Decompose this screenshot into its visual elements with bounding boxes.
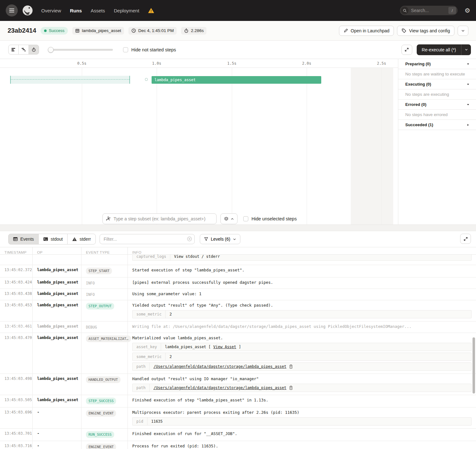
table-icon: [13, 237, 18, 241]
event-op: [33, 255, 82, 265]
global-search[interactable]: /: [400, 6, 458, 15]
stopwatch-icon: [184, 28, 189, 33]
event-op: lambda_pipes_asset: [33, 300, 82, 321]
tab-events[interactable]: Events: [8, 234, 39, 244]
metadata-value: 11635: [147, 418, 471, 425]
open-in-launchpad-button[interactable]: Open in Launchpad: [339, 26, 394, 36]
event-log-row[interactable]: 13:45:03.424lambda_pipes_assetINFO[pipes…: [0, 277, 476, 289]
search-input[interactable]: [411, 8, 448, 13]
event-log-row[interactable]: 13:45:03.505lambda_pipes_assetSTEP_SUCCE…: [0, 395, 476, 407]
re-execute-all-button[interactable]: Re-execute all (*): [417, 44, 471, 55]
metadata-key: some_metric: [133, 353, 166, 361]
axis-tick-label: 1.0s: [152, 61, 161, 66]
event-type-cell: INFO: [82, 289, 128, 300]
run-header: 23ab2414 Success lambda_pipes_asset Dec …: [0, 21, 476, 41]
event-timestamp: 13:45:03.716: [0, 441, 33, 449]
dagster-logo-icon[interactable]: [22, 4, 34, 16]
event-type-badge: ENGINE_EVENT: [86, 444, 116, 449]
slider-track[interactable]: [48, 49, 113, 51]
event-log-row[interactable]: 13:45:03.696-ENGINE_EVENTMultiprocess ex…: [0, 407, 476, 429]
log-filter-input[interactable]: [100, 234, 195, 244]
metadata-link[interactable]: View Asset: [213, 345, 236, 349]
settings-gear-icon[interactable]: ⚙: [465, 7, 470, 14]
step-panel-section-header[interactable]: Preparing (0): [398, 59, 476, 69]
metadata-key: asset_key: [133, 343, 161, 351]
gantt-step-bar[interactable]: lambda_pipes_asset: [152, 76, 321, 84]
step-panel-section-header[interactable]: Succeeded (1): [398, 120, 476, 130]
step-panel-section-header[interactable]: Errored (0): [398, 100, 476, 110]
view-mode-timed-button[interactable]: [29, 45, 39, 55]
run-log-section: Events stdout stderr: [0, 231, 476, 449]
event-type-cell: STEP_START: [82, 265, 128, 277]
hide-unselected-checkbox[interactable]: [243, 216, 248, 221]
nav-item-deployment[interactable]: Deployment: [114, 8, 139, 13]
view-tags-config-button[interactable]: View tags and config: [397, 26, 454, 36]
levels-filter-button[interactable]: Levels (6): [200, 234, 240, 244]
nav-item-overview[interactable]: Overview: [41, 8, 61, 13]
log-scrollbar-thumb[interactable]: [473, 337, 475, 394]
layers-icon: [224, 217, 229, 221]
nav-item-runs[interactable]: Runs: [70, 8, 82, 13]
metadata-link[interactable]: /Users/alangenfeld/data/dagster/storage/…: [153, 364, 286, 369]
event-log-row[interactable]: 13:45:02.372lambda_pipes_assetSTEP_START…: [0, 265, 476, 277]
status-badge: Success: [41, 27, 68, 35]
gantt-toolbar: Hide not started steps Re-execute all (*…: [0, 41, 476, 59]
event-message: Finished execution of run for "__ASSET_J…: [132, 431, 472, 436]
metadata-value: /Users/alangenfeld/data/dagster/storage/…: [150, 384, 471, 392]
slider-knob[interactable]: [48, 47, 54, 53]
gantt-fullscreen-button[interactable]: [401, 45, 412, 55]
copy-button[interactable]: [289, 386, 293, 390]
event-op: lambda_pipes_asset: [33, 395, 82, 407]
axis-tick-label: 2.0s: [302, 61, 311, 66]
event-timestamp: 13:45:03.701: [0, 429, 33, 441]
event-log-row[interactable]: 13:45:03.461lambda_pipes_assetDEBUGWriti…: [0, 322, 476, 333]
event-log-row[interactable]: 13:45:03.701-RUN_SUCCESSFinished executi…: [0, 429, 476, 441]
copy-button[interactable]: [289, 364, 293, 369]
op-selector-icon: [106, 216, 111, 221]
step-subset-input[interactable]: [102, 213, 217, 224]
graph-query-options-button[interactable]: [220, 213, 238, 224]
event-log-row[interactable]: captured_logsView stdout / stderr: [0, 255, 476, 265]
event-log-row[interactable]: 13:45:03.470lambda_pipes_assetASSET_MATE…: [0, 333, 476, 374]
metadata-link[interactable]: /Users/alangenfeld/data/dagster/storage/…: [153, 386, 286, 390]
event-info: Handled output "result" using IO manager…: [128, 374, 476, 395]
event-log-row[interactable]: 13:45:03.453lambda_pipes_assetSTEP_OUTPU…: [0, 300, 476, 322]
step-status-panel: Preparing (0)No steps are waiting to exe…: [398, 59, 476, 224]
clear-filter-icon[interactable]: [187, 236, 192, 242]
event-log-row[interactable]: 13:45:03.716-ENGINE_EVENTProcess for run…: [0, 441, 476, 449]
tab-stderr[interactable]: stderr: [67, 234, 96, 244]
tag-icon: [401, 28, 407, 33]
event-metadata-table: pid11635: [132, 417, 472, 426]
metadata-key: some_metric: [133, 310, 166, 318]
event-timestamp: 13:45:03.461: [0, 322, 33, 333]
event-log-header: TIMESTAMP OP EVENT TYPE INFO: [0, 247, 476, 255]
hide-not-started-checkbox[interactable]: [123, 47, 128, 52]
run-actions-menu-button[interactable]: [458, 26, 468, 36]
hamburger-menu-button[interactable]: [6, 4, 18, 16]
event-log-row[interactable]: 13:45:03.438lambda_pipes_assetINFOUsing …: [0, 289, 476, 300]
event-op: lambda_pipes_asset: [33, 374, 82, 395]
nav-item-assets[interactable]: Assets: [91, 8, 105, 13]
event-metadata-table: asset_keylambda_pipes_asset [View Asset]: [132, 343, 472, 351]
event-type-badge: ASSET_MATERIALIZAT…: [86, 335, 131, 342]
log-fullscreen-button[interactable]: [460, 234, 471, 244]
re-execute-menu-caret[interactable]: [461, 44, 471, 55]
caret-down-icon: [466, 103, 470, 106]
metadata-text: ]: [239, 345, 241, 349]
event-type-cell: STEP_OUTPUT: [82, 300, 128, 321]
event-type-label: DEBUG: [86, 325, 97, 329]
event-type-badge: RUN_SUCCESS: [86, 431, 114, 438]
view-mode-flat-button[interactable]: [8, 45, 19, 55]
expand-icon: [404, 47, 409, 52]
panel-splitter[interactable]: [0, 224, 476, 231]
event-log-row[interactable]: 13:45:03.498lambda_pipes_assetHANDLED_OU…: [0, 374, 476, 395]
flat-layout-icon: [11, 47, 16, 52]
event-op: lambda_pipes_asset: [33, 277, 82, 289]
step-panel-section-header[interactable]: Executing (0): [398, 79, 476, 89]
tab-stdout[interactable]: stdout: [38, 234, 68, 244]
gantt-zoom-slider[interactable]: [48, 47, 113, 53]
gantt-view-mode-group: [8, 45, 39, 55]
view-mode-waterfall-button[interactable]: [18, 45, 29, 55]
event-metadata-table: path/Users/alangenfeld/data/dagster/stor…: [132, 384, 472, 392]
job-tag[interactable]: lambda_pipes_asset: [72, 27, 124, 35]
